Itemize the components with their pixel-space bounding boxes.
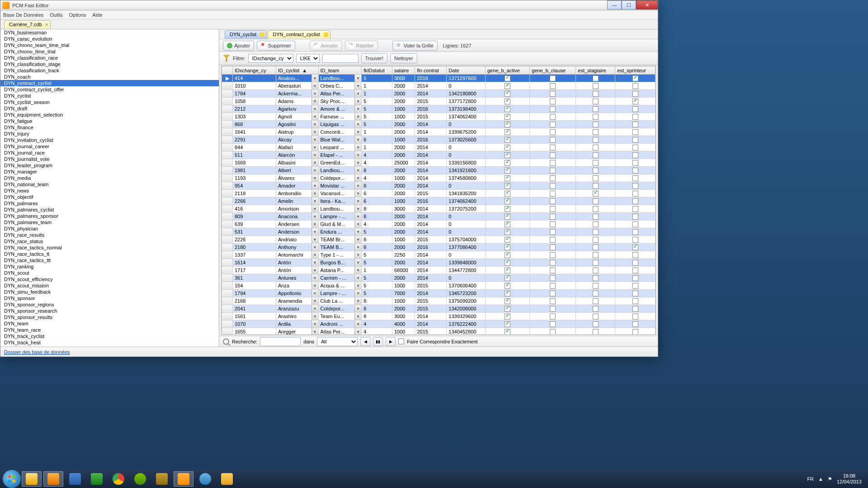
chevron-down-icon[interactable]: ▼ (311, 221, 318, 228)
cell-cyclist[interactable]: Alafaci▼ (276, 144, 319, 151)
tray-up-icon[interactable]: ▲ (818, 476, 823, 482)
checkbox[interactable] (593, 129, 599, 135)
table-list-item[interactable]: DYN_classification_stage (0, 61, 219, 67)
cell-statut[interactable]: 4 (362, 328, 392, 335)
cell-salaire[interactable]: 4000 (392, 320, 415, 328)
cell-date[interactable]: 1377086400 (447, 244, 486, 251)
checkbox[interactable] (550, 306, 556, 312)
cell-date[interactable]: 1342180800 (447, 90, 486, 98)
cell-fin-contrat[interactable]: 2014 (415, 121, 447, 128)
table-row[interactable]: 1669Albasini▼GreenEd...▼4250002014133915… (222, 159, 656, 167)
checkbox[interactable] (505, 291, 510, 296)
table-list-item[interactable]: DYN_chrono_team_time_trial (0, 42, 219, 48)
cell-date[interactable]: 1375099200 (447, 297, 486, 305)
cell-sprinteur[interactable] (615, 251, 656, 259)
cell-sprinteur[interactable] (615, 267, 656, 274)
cell-date[interactable]: 1371297600 (447, 75, 486, 82)
table-list-item[interactable]: DYN_sponsor_results (0, 314, 219, 320)
chevron-down-icon[interactable]: ▼ (311, 144, 318, 151)
cell-cyclist[interactable]: Aberasturi▼ (276, 82, 319, 90)
checkbox[interactable] (632, 106, 638, 112)
cell-cyclist[interactable]: Andriato▼ (276, 236, 319, 244)
table-row[interactable]: 1193Álvarez▼Coldepor...▼4100020141374580… (222, 174, 656, 182)
table-list-item[interactable]: DYN_news (0, 188, 219, 194)
checkbox[interactable] (505, 145, 510, 150)
table-row[interactable]: 1784Ackerma...▼Atlas Per...▼120002014134… (222, 90, 656, 98)
cell-statut[interactable]: 5 (362, 75, 392, 82)
chevron-down-icon[interactable]: ▼ (311, 305, 318, 312)
checkbox[interactable] (632, 114, 638, 120)
checkbox[interactable] (550, 237, 556, 243)
cell-date[interactable]: 1341835200 (447, 190, 486, 197)
cell-idxchange[interactable]: 2212 (233, 105, 276, 113)
checkbox[interactable] (505, 75, 510, 81)
cell-clause[interactable] (530, 197, 576, 205)
minimize-button[interactable]: — (607, 0, 622, 9)
cell-idxchange[interactable]: 2266 (233, 197, 276, 205)
cell-cyclist[interactable]: Antunes▼ (276, 274, 319, 282)
chevron-down-icon[interactable]: ▼ (311, 90, 318, 97)
row-header[interactable] (222, 305, 233, 313)
cell-sprinteur[interactable] (615, 221, 656, 228)
cell-cyclist[interactable]: Anza▼ (276, 282, 319, 290)
cell-sprinteur[interactable] (615, 98, 656, 105)
cell-salaire[interactable]: 1000 (392, 136, 415, 144)
cell-fin-contrat[interactable]: 2014 (415, 259, 447, 267)
cell-salaire[interactable]: 1000 (392, 328, 415, 335)
cell-active[interactable] (485, 151, 529, 159)
cell-idxchange[interactable]: 1784 (233, 90, 276, 98)
cell-stagiaire[interactable] (576, 305, 615, 313)
table-list-item[interactable]: DYN_palmares_team (0, 219, 219, 225)
cell-salaire[interactable]: 3000 (392, 75, 415, 82)
checkbox[interactable] (593, 175, 599, 181)
chevron-down-icon[interactable]: ▼ (311, 182, 318, 189)
row-header[interactable] (222, 259, 233, 267)
filter-value-input[interactable] (322, 54, 359, 63)
chevron-down-icon[interactable]: ▼ (311, 313, 318, 320)
cell-clause[interactable] (530, 221, 576, 228)
checkbox[interactable] (632, 168, 638, 174)
database-folder-link[interactable]: Dossier des base de données (4, 349, 70, 355)
exact-match-checkbox[interactable] (398, 338, 404, 344)
table-list-item[interactable]: DYN_race_tactics_normal (0, 244, 219, 251)
cell-team[interactable]: Burgos B...▼ (318, 259, 362, 267)
cell-salaire[interactable]: 2000 (392, 151, 415, 159)
cell-stagiaire[interactable] (576, 228, 615, 236)
cell-salaire[interactable]: 2000 (392, 228, 415, 236)
cell-active[interactable] (485, 174, 529, 182)
cell-statut[interactable]: 1 (362, 82, 392, 90)
chevron-down-icon[interactable]: ▼ (354, 182, 361, 189)
cell-stagiaire[interactable] (576, 144, 615, 151)
cell-stagiaire[interactable] (576, 90, 615, 98)
cell-team[interactable]: Coldepor...▼ (318, 305, 362, 313)
cell-clause[interactable] (530, 159, 576, 167)
cell-clause[interactable] (530, 251, 576, 259)
checkbox[interactable] (593, 329, 599, 335)
table-row[interactable]: 639Andersen▼Glud & M...▼4200020140 (222, 221, 656, 228)
taskbar-word[interactable] (65, 471, 85, 487)
checkbox[interactable] (550, 321, 556, 327)
cell-idxchange[interactable]: 2180 (233, 244, 276, 251)
checkbox[interactable] (550, 260, 556, 266)
checkbox[interactable] (505, 329, 510, 335)
cell-salaire[interactable]: 2000 (392, 144, 415, 151)
cell-team[interactable]: Orbea C...▼ (318, 82, 362, 90)
table-row[interactable]: 1717Antón▼Astana P...▼168000201413447728… (222, 267, 656, 274)
cell-active[interactable] (485, 136, 529, 144)
cell-date[interactable]: 0 (447, 274, 486, 282)
cell-cyclist[interactable]: Anthony▼ (276, 244, 319, 251)
table-row[interactable]: 1561Arashiro▼Team Eu...▼8300020141339329… (222, 313, 656, 320)
cell-clause[interactable] (530, 267, 576, 274)
cell-sprinteur[interactable] (615, 159, 656, 167)
cell-clause[interactable] (530, 151, 576, 159)
checkbox[interactable] (550, 298, 556, 304)
cell-fin-contrat[interactable]: 2016 (415, 197, 447, 205)
row-header[interactable] (222, 282, 233, 290)
cell-cyclist[interactable]: Aramendia▼ (276, 297, 319, 305)
column-header[interactable]: ID_team (318, 66, 362, 75)
chevron-down-icon[interactable]: ▼ (354, 82, 361, 89)
table-list-item[interactable]: DYN_simu_feedback (0, 289, 219, 295)
checkbox[interactable] (593, 106, 599, 112)
cell-team[interactable]: Leopard ...▼ (318, 144, 362, 151)
checkbox[interactable] (505, 244, 510, 250)
